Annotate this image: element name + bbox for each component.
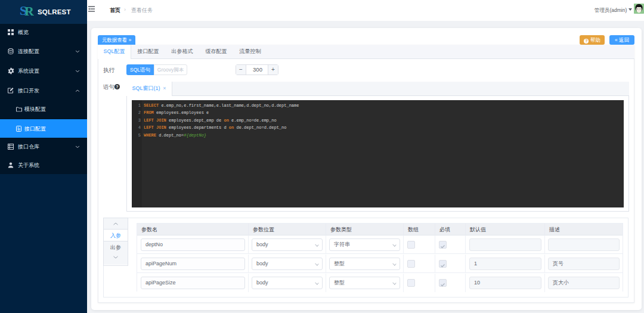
svg-text:R: R [24, 4, 34, 18]
